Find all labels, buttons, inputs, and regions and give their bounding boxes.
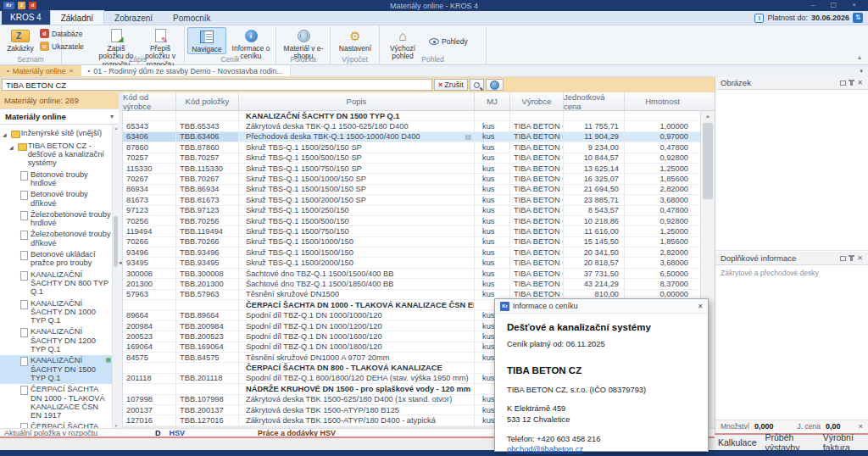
dialog-title-bar[interactable]: Kr Informace o ceníku × <box>495 299 708 314</box>
pin-icon[interactable] <box>850 80 853 86</box>
dialog-valid-from: Ceník platný od: 06.11.2025 <box>507 340 708 348</box>
info-icon[interactable]: i <box>754 14 764 23</box>
restore-panel-icon[interactable] <box>840 256 846 261</box>
databaze-button[interactable]: dDatabáze <box>40 29 91 38</box>
cell-unit-price <box>564 111 625 120</box>
tree-item-icon <box>19 171 28 179</box>
table-row[interactable]: 87860 TBB.87860 Skruž TBS-Q.1 1500/250/1… <box>123 142 700 153</box>
table-row[interactable]: 93495 TBB.93495 Skruž TBS-Q.1 1500/2000/… <box>123 258 700 268</box>
doc-tab-rozpocet[interactable]: • 01 - Rodinný dům ze stavby Demo - Novo… <box>81 65 291 76</box>
col-hmotnost[interactable]: Hmotnost <box>625 92 700 110</box>
tree-item[interactable]: Betonové ukládací pražce pro trouby ▦ <box>0 249 112 270</box>
table-row[interactable]: 70267 TBB.70267 Skruž TBS-Q.1 1500/1000/… <box>123 174 700 184</box>
dialog-email-link[interactable]: obchod@tibabeton.cz <box>507 445 583 453</box>
close-icon[interactable]: × <box>859 422 863 431</box>
search-input[interactable] <box>2 79 432 91</box>
tab-zobrazeni[interactable]: Zobrazení <box>104 11 163 25</box>
close-tab-icon[interactable]: × <box>70 67 74 75</box>
ukazatele-button[interactable]: uUkazatele <box>40 42 91 51</box>
table-row[interactable]: 63406 TBB.63406 Přechodová deska TBK-Q.1… <box>123 132 700 142</box>
cell-unit: kus <box>475 226 510 236</box>
tree-item[interactable]: Železobetonové trouby dříkové ▦ <box>0 229 112 249</box>
sync-icon[interactable]: ⇅ <box>853 13 863 23</box>
table-row[interactable]: 97123 TBB.97123 Skruž TBS-Q.1 1500/250/1… <box>123 206 700 216</box>
nastaveni-button[interactable]: ⚙ Nastavení <box>336 27 375 53</box>
tree-item[interactable]: Inženýrské sítě (vnější) ▦ <box>0 127 112 140</box>
ribbon-collapse-icon[interactable]: ▴ <box>858 53 861 61</box>
restore-panel-icon[interactable] <box>840 81 846 86</box>
tree-item[interactable]: Betonové trouby hrdlové ▦ <box>0 169 112 189</box>
table-row[interactable]: 300008 TBB.300008 Šachtové dno TBZ-Q.1 1… <box>123 269 700 279</box>
pin-icon[interactable] <box>850 255 853 261</box>
close-icon[interactable]: ✕ <box>857 79 863 86</box>
cell-item-code <box>176 111 239 120</box>
table-row[interactable]: 201300 TBB.201300 Šachtové dno TBZ-Q.1 1… <box>123 279 700 289</box>
table-row[interactable]: 86934 TBB.86934 Skruž TBS-Q.1 1500/1500/… <box>123 185 700 195</box>
tree-header[interactable]: Materiály online▾ <box>0 109 119 125</box>
pohledy-button[interactable]: Pohledy <box>429 37 481 46</box>
jcena-value[interactable]: 0,00 <box>826 422 841 431</box>
table-row[interactable]: 70266 TBB.70266 Skruž TBS-Q.1 1500/1000/… <box>123 237 700 247</box>
zakazky-button[interactable]: Zakázky <box>1 27 40 53</box>
table-row[interactable]: 119494 TBB.119494 Skruž TBS-Q.1 1500/750… <box>123 226 700 236</box>
tree-scrollbar[interactable]: ▴ ▾ <box>112 125 119 428</box>
cell-description: Skruž TBS-Q.1 1500/500/150 <box>239 216 475 225</box>
cell-manufacturer-code <box>123 384 176 393</box>
tab-zakladni[interactable]: Základní <box>50 10 104 25</box>
ribbon-group-pohled: ⌂ Výchozí pohled Pohledy Pohled <box>380 25 487 64</box>
col-jednotkova-cena[interactable]: Jednotková cena <box>564 92 625 110</box>
table-row[interactable]: 115330 TBB.115330 Skruž TBS-Q.1 1500/750… <box>123 164 700 174</box>
tree-item[interactable]: Železobetonové trouby hrdlové ▦ <box>0 209 112 229</box>
tab-pomocnik[interactable]: Pomocník <box>163 11 220 25</box>
table-row[interactable]: KANALIZAČNÍ ŠACHTY DN 1500 TYP Q.1 <box>123 111 700 121</box>
price-list-info-dialog: Kr Informace o ceníku × Dešťové a kanali… <box>494 298 709 452</box>
tree-item-label: Železobetonové trouby hrdlové <box>31 210 111 228</box>
cell-unit-price: 11 755,71 <box>564 121 625 131</box>
cell-manufacturer: TIBA BETON CZ <box>510 226 564 236</box>
tree-item[interactable]: TIBA BETON CZ - dešťové a kanalizační sy… <box>0 140 112 169</box>
tree-item[interactable]: ČERPACÍ ŠACHTA DN 800 - TLAKOVÁ KANALIZA… <box>0 421 112 428</box>
tab-kros4[interactable]: KROS 4 <box>2 10 50 25</box>
navigace-button[interactable]: Navigace <box>187 27 226 54</box>
tree-item[interactable]: Betonové trouby dříkové ▦ <box>0 189 112 209</box>
col-mj[interactable]: MJ <box>475 92 510 110</box>
col-kod-od-vyrobce[interactable]: Kód od výrobce <box>123 92 176 110</box>
status-hsv-link[interactable]: HSV <box>170 429 186 437</box>
table-row[interactable]: 81673 TBB.81673 Skruž TBS-Q.1 1500/2000/… <box>123 195 700 205</box>
tree-item[interactable]: KANALIZAČNÍ ŠACHTY DN 800 TYP Q.1 ▦ <box>0 269 112 298</box>
mnozstvi-value[interactable]: 0,000 <box>754 422 774 431</box>
tree-item[interactable]: KANALIZAČNÍ ŠACHTY DN 1200 TYP Q.1 ▦ <box>0 326 112 355</box>
tree-item[interactable]: ČERPACÍ ŠACHTA DN 1000 - TLAKOVÁ KANALIZ… <box>0 384 112 421</box>
tree-item[interactable]: KANALIZAČNÍ ŠACHTY DN 1000 TYP Q.1 ▦ <box>0 298 112 326</box>
tab-list-dropdown-icon[interactable]: ▾ <box>860 68 863 75</box>
group-label-cenik: Ceník <box>185 55 275 64</box>
search-settings-button[interactable] <box>486 79 504 91</box>
cell-unit: kus <box>475 185 510 194</box>
table-row[interactable]: 70257 TBB.70257 Skruž TBS-Q.1 1500/500/1… <box>123 153 700 164</box>
doplnkove-panel-header[interactable]: Doplňkové informace ✕ <box>715 252 868 265</box>
col-vyrobce[interactable]: Výrobce <box>510 92 564 110</box>
collapse-left-icon[interactable]: ◂ <box>119 259 122 266</box>
col-popis[interactable]: Popis <box>239 92 475 110</box>
tree-item[interactable]: KANALIZAČNÍ ŠACHTY DN 1500 TYP Q.1 ▦ <box>0 355 112 384</box>
close-icon[interactable]: ✕ <box>857 254 863 262</box>
search-button[interactable] <box>470 79 484 91</box>
doc-tab-materialy-online[interactable]: • Materiály online × <box>0 65 81 76</box>
table-row[interactable]: 70256 TBB.70256 Skruž TBS-Q.1 1500/500/1… <box>123 216 700 226</box>
mnozstvi-label: Množství <box>721 422 749 431</box>
cancel-search-button[interactable]: × Zrušit <box>434 79 468 91</box>
table-row[interactable]: 93496 TBB.93496 Skruž TBS-Q.1 1500/1500/… <box>123 247 700 258</box>
cell-manufacturer-code <box>123 111 176 120</box>
window-controls[interactable]: – ▢ × <box>811 1 863 8</box>
close-icon[interactable]: × <box>698 302 703 311</box>
cell-unit-price: 13 625,14 <box>564 164 625 173</box>
chevron-down-icon: ▾ <box>110 113 114 120</box>
cell-manufacturer-code: 201118 <box>123 374 176 383</box>
cell-manufacturer-code: 70257 <box>123 153 176 163</box>
obrazek-panel-header[interactable]: Obrázek ✕ <box>715 76 868 90</box>
tab-kalkulace[interactable]: Kalkulace <box>718 437 757 448</box>
col-kod-polozky[interactable]: Kód položky <box>176 92 239 110</box>
table-row[interactable]: 65343 TBB.65343 Zákrytová deska TBK-Q.1 … <box>123 121 700 131</box>
scroll-up-icon[interactable]: ▴ <box>701 113 715 120</box>
cell-description: Přechodová deska TBK-Q.1 1500-1000/400 D… <box>239 132 475 142</box>
